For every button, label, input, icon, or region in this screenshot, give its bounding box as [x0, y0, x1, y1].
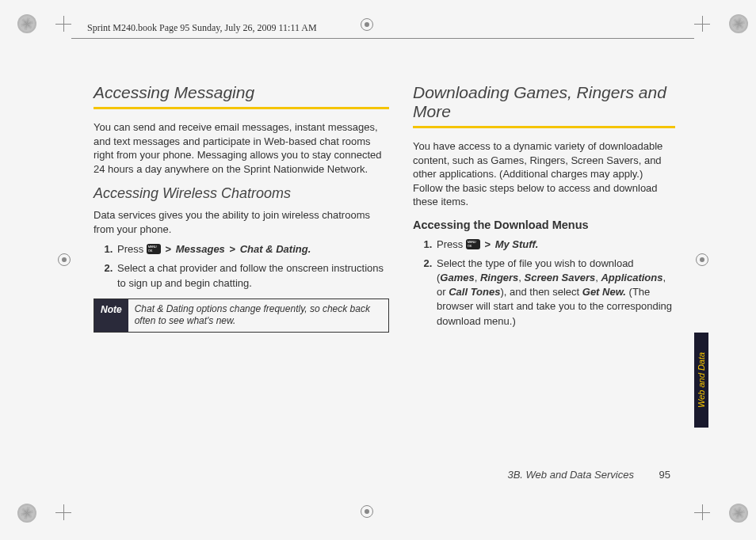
section-heading: Accessing Messaging	[94, 83, 389, 109]
step-list: Press > My Stuff. Select the type of fil…	[435, 238, 675, 329]
intro-paragraph: You have access to a dynamic variety of …	[413, 139, 675, 209]
crop-mark	[694, 16, 710, 32]
crop-ornament-icon	[17, 504, 36, 523]
registration-target-icon	[361, 18, 373, 31]
page-content: Accessing Messaging You can send and rec…	[94, 83, 708, 485]
option-name: Games	[440, 272, 474, 283]
crop-mark	[55, 504, 71, 520]
option-name: Ringers	[480, 272, 518, 283]
menu-path: My Stuff.	[495, 238, 539, 250]
note-callout: Note Chat & Dating options change freque…	[94, 299, 389, 333]
right-column: Downloading Games, Ringers and More You …	[413, 83, 675, 485]
step-list: Press > Messages > Chat & Dating. Select…	[116, 242, 389, 291]
step-text: ), and then select	[500, 286, 582, 298]
body-paragraph: Data services gives you the ability to j…	[94, 208, 389, 236]
option-name: Call Tones	[449, 286, 500, 298]
option-name: Screen Savers	[525, 272, 596, 283]
step-text: Press	[437, 238, 466, 250]
registration-target-icon	[361, 505, 373, 518]
chevron-right-icon: >	[165, 243, 171, 255]
option-name: Applications	[601, 272, 662, 283]
crop-ornament-icon	[729, 504, 748, 523]
section-tab: Web and Data	[694, 333, 708, 428]
note-label: Note	[94, 299, 128, 332]
menu-path: Messages	[176, 243, 225, 255]
step-item: Press > Messages > Chat & Dating.	[116, 242, 389, 257]
crop-mark	[55, 16, 71, 32]
registration-target-icon	[58, 253, 71, 266]
menu-ok-key-icon	[147, 244, 161, 254]
header-rule	[71, 38, 694, 39]
subsection-heading: Accessing the Download Menus	[413, 219, 675, 231]
section-heading: Downloading Games, Ringers and More	[413, 83, 675, 128]
left-column: Accessing Messaging You can send and rec…	[94, 83, 389, 485]
crop-ornament-icon	[17, 14, 36, 33]
subsection-heading: Accessing Wireless Chatrooms	[94, 185, 389, 202]
step-item: Select the type of file you wish to down…	[435, 257, 675, 329]
book-header: Sprint M240.book Page 95 Sunday, July 26…	[87, 22, 317, 34]
page-footer: 3B. Web and Data Services 95	[507, 469, 670, 481]
step-item: Select a chat provider and follow the on…	[116, 261, 389, 290]
chevron-right-icon: >	[229, 243, 235, 255]
chevron-right-icon: >	[484, 238, 491, 250]
crop-ornament-icon	[729, 14, 748, 33]
crop-mark	[694, 504, 710, 520]
note-text: Chat & Dating options change frequently,…	[128, 299, 388, 332]
intro-paragraph: You can send and receive email messages,…	[94, 120, 389, 176]
menu-ok-key-icon	[466, 239, 480, 249]
footer-section: 3B. Web and Data Services	[507, 469, 633, 481]
right-column-wrap: Downloading Games, Ringers and More You …	[413, 83, 708, 485]
option-name: Get New.	[582, 286, 626, 298]
step-item: Press > My Stuff.	[435, 238, 675, 252]
menu-path: Chat & Dating.	[240, 243, 311, 255]
step-text: Press	[117, 243, 147, 255]
page-number: 95	[659, 469, 670, 481]
